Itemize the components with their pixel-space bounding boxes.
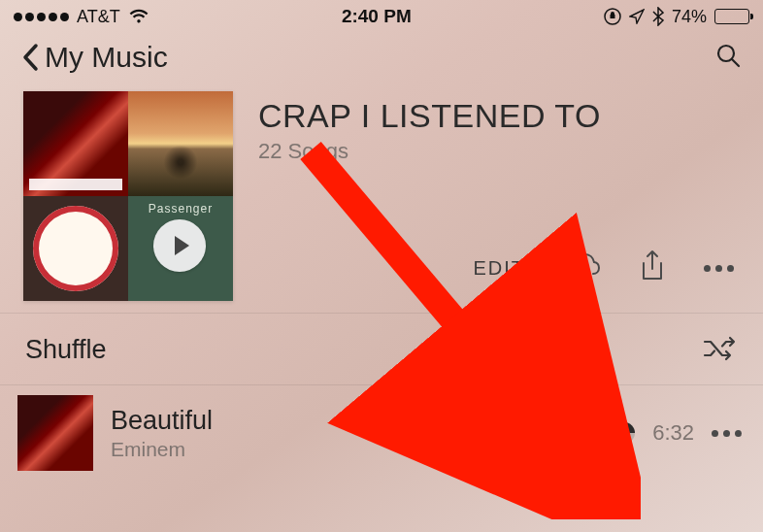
explicit-badge: E	[575, 422, 596, 444]
album-art-tile	[128, 91, 233, 196]
track-artwork	[17, 395, 93, 471]
track-artist: Eminem	[111, 438, 557, 461]
carrier-label: AT&T	[77, 7, 120, 27]
download-progress-icon	[614, 422, 635, 444]
share-icon[interactable]	[640, 249, 665, 286]
status-bar: AT&T 2:40 PM 74%	[0, 0, 763, 31]
playlist-actions: EDIT	[258, 249, 740, 286]
track-more-button[interactable]	[712, 430, 742, 437]
track-row[interactable]: Beautiful Eminem E 6:32	[0, 384, 763, 481]
wifi-icon	[128, 9, 149, 24]
track-title: Beautiful	[111, 406, 557, 436]
shuffle-label: Shuffle	[25, 335, 107, 365]
playlist-header: Passenger CRAP I LISTENED TO 22 Songs ED…	[0, 82, 763, 313]
battery-icon	[714, 9, 749, 24]
playlist-artwork[interactable]: Passenger	[23, 91, 233, 301]
orientation-lock-icon	[604, 8, 621, 25]
nav-bar: My Music	[0, 31, 763, 82]
edit-button[interactable]: EDIT	[473, 257, 525, 280]
shuffle-button[interactable]: Shuffle	[0, 313, 763, 384]
search-button[interactable]	[714, 42, 742, 73]
back-label: My Music	[45, 41, 168, 74]
clock: 2:40 PM	[342, 6, 412, 27]
shuffle-icon	[703, 336, 738, 365]
play-button[interactable]	[153, 219, 206, 272]
back-button[interactable]: My Music	[21, 41, 168, 74]
chevron-left-icon	[21, 43, 39, 72]
track-duration: 6:32	[652, 420, 694, 446]
album-art-tile	[23, 196, 128, 301]
signal-strength-icon	[14, 13, 69, 21]
svg-line-2	[732, 59, 739, 66]
download-cloud-icon[interactable]	[564, 252, 601, 283]
playlist-subtitle: 22 Songs	[258, 139, 740, 164]
more-button[interactable]	[704, 265, 734, 272]
battery-pct-label: 74%	[672, 7, 707, 27]
playlist-title: CRAP I LISTENED TO	[258, 97, 740, 135]
bluetooth-icon	[652, 7, 664, 26]
album-art-tile	[23, 91, 128, 196]
location-icon	[629, 9, 645, 24]
